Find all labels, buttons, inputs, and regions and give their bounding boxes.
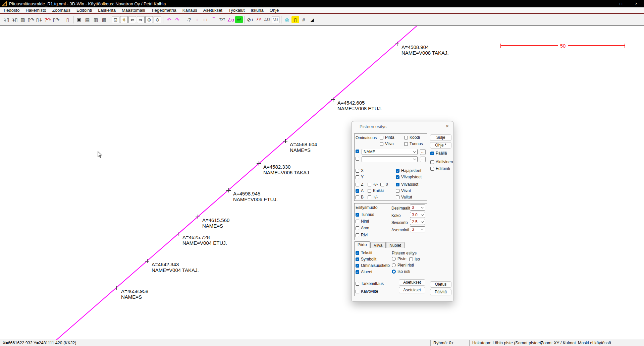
aktiivinen-checkbox[interactable]: Aktiivinen <box>430 160 453 164</box>
scale-setting-icon[interactable]: ▤ <box>84 16 91 23</box>
viivaosiot-checkbox[interactable]: Viivaosiot <box>396 182 418 187</box>
read-add-file-icon[interactable]: ↴▯ <box>10 16 18 23</box>
sulje-button[interactable]: Sulje <box>430 134 451 141</box>
menu-laskenta[interactable]: Laskenta <box>95 7 119 13</box>
survey-point-marker[interactable] <box>196 215 200 219</box>
survey-point-marker[interactable] <box>283 139 287 143</box>
zoom-in-button[interactable]: ⊕ <box>145 16 153 23</box>
menu-tiedosto[interactable]: Tiedosto <box>0 7 22 13</box>
tunnus-checkbox[interactable]: Tunnus <box>404 141 423 146</box>
tab-viiva[interactable]: Viiva <box>370 242 386 248</box>
diagonal-21-icon[interactable]: ╲21 <box>272 16 279 23</box>
iso-checkbox[interactable]: Iso <box>409 257 420 262</box>
track-line[interactable] <box>0 26 644 340</box>
spline-icon[interactable]: ⌒ <box>210 16 218 23</box>
attribute1-combobox[interactable]: NAME <box>362 149 418 155</box>
menu-editointi[interactable]: Editointi <box>73 7 95 13</box>
survey-point-marker[interactable] <box>226 188 231 192</box>
a-checkbox[interactable]: A <box>356 188 364 193</box>
pan-right-button[interactable]: ⇨ <box>137 16 145 23</box>
read-file-icon[interactable]: ↴▯ <box>2 16 10 23</box>
kaikki-checkbox[interactable]: Kaikki <box>368 188 384 193</box>
pinta-checkbox[interactable]: Pinta <box>380 135 394 140</box>
object-ring-icon[interactable]: ◎ <box>283 16 291 23</box>
survey-point-marker[interactable] <box>331 97 335 102</box>
write-file-icon[interactable]: ▯↷ <box>52 16 60 23</box>
sivusiirto-combobox[interactable]: 2.5 <box>410 219 425 225</box>
kaivoviite-asetukset-button[interactable]: Asetukset <box>399 287 425 293</box>
symbolit-checkbox[interactable]: Symbolit <box>356 257 376 262</box>
minimize-button[interactable]: – <box>598 0 613 7</box>
attribute1-checkbox[interactable] <box>356 150 359 153</box>
b-checkbox[interactable]: B <box>356 195 364 199</box>
menu-ohje[interactable]: Ohje <box>267 7 282 13</box>
pieni-risti-radio[interactable]: Pieni risti <box>392 263 414 268</box>
ohje-button[interactable]: Ohje * <box>430 142 451 149</box>
y-checkbox[interactable]: Y <box>356 175 364 179</box>
save-file-icon[interactable]: ▯⇣ <box>36 16 43 23</box>
undo-button[interactable]: ↶ <box>165 16 173 23</box>
z-checkbox[interactable]: Z <box>356 182 363 187</box>
survey-point-marker[interactable] <box>176 232 180 236</box>
menu-tiegeometria[interactable]: Tiegeometria <box>148 7 179 13</box>
tunnus-esitys-checkbox[interactable]: Tunnus <box>356 212 374 217</box>
koodi-checkbox[interactable]: Koodi <box>404 135 420 140</box>
copy-file-icon[interactable]: ▯↷ <box>27 16 35 23</box>
close-button[interactable]: × <box>629 0 644 7</box>
menu-hakemisto[interactable]: Hakemisto <box>22 7 49 13</box>
x-checkbox[interactable]: X <box>356 168 364 173</box>
import-model-icon[interactable]: ▨ <box>19 16 26 23</box>
zoom-flash-button[interactable]: ↯ <box>120 16 128 23</box>
valitut-checkbox[interactable]: Valitut <box>396 195 412 199</box>
code-plus-icon[interactable]: ⊘+ <box>247 16 254 23</box>
angle-measure-icon[interactable]: ∠α <box>227 16 234 23</box>
attribute2-combobox[interactable] <box>362 156 418 162</box>
koko-combobox[interactable]: 3.0 <box>410 212 425 218</box>
tekstit-checkbox[interactable]: Tekstit <box>356 250 372 255</box>
hatch-page-icon[interactable]: ▨ <box>100 16 108 23</box>
maximize-button[interactable]: □ <box>613 0 629 7</box>
fit-view-button[interactable]: ⊡ <box>112 16 119 23</box>
menu-maastomalli[interactable]: Maastomalli <box>119 7 148 13</box>
redo-button[interactable]: ↷ <box>173 16 181 23</box>
menu-ikkuna[interactable]: Ikkuna <box>248 7 266 13</box>
print-icon[interactable]: ▣ <box>75 16 83 23</box>
viivat-checkbox[interactable]: Viivat <box>396 188 411 193</box>
rivi-checkbox[interactable]: Rivi <box>356 233 368 237</box>
menu-työkalut[interactable]: Työkalut <box>225 7 248 13</box>
editointi-checkbox[interactable]: Editointi <box>430 166 450 171</box>
iso-risti-radio[interactable]: Iso risti <box>392 269 410 274</box>
doc-toggle-icon[interactable]: ▯ <box>291 16 299 23</box>
ominaisuustieto-checkbox[interactable]: Ominaisuustieto <box>356 263 390 268</box>
asemointi-combobox[interactable]: 3 <box>410 226 425 232</box>
viiva-checkbox[interactable]: Viiva <box>380 141 394 146</box>
survey-point-marker[interactable] <box>114 286 119 290</box>
close-file-icon[interactable]: ▯ <box>64 16 71 23</box>
survey-point-marker[interactable] <box>145 259 149 263</box>
hajapisteet-checkbox[interactable]: Hajapisteet <box>396 168 421 173</box>
b-plusminus-checkbox[interactable]: +/- <box>368 195 378 199</box>
kaivoviite-checkbox[interactable]: Kaivoviite <box>356 289 378 294</box>
tab-piirto[interactable]: Piirto <box>354 241 370 248</box>
add-point-icon[interactable]: + <box>193 16 201 23</box>
survey-point-marker[interactable] <box>257 161 261 166</box>
query-save-icon[interactable]: ?↷ <box>44 16 52 23</box>
triangle-count-icon[interactable]: △12 <box>263 16 271 23</box>
survey-point-marker[interactable] <box>395 42 399 46</box>
desimaalit-combobox[interactable]: 3 <box>410 205 425 211</box>
attribute2-checkbox[interactable] <box>356 157 359 161</box>
attribute1-more-button[interactable]: … <box>420 149 426 155</box>
add-points-icon[interactable]: ++ <box>202 16 209 23</box>
menu-kairaus[interactable]: Kairaus <box>179 7 200 13</box>
delete-points-icon[interactable]: ✗✗ <box>255 16 263 23</box>
pan-left-button[interactable]: ⇦ <box>128 16 136 23</box>
text-icon[interactable]: TXT <box>218 16 226 23</box>
attribute2-more-button[interactable]: … <box>420 157 426 162</box>
area-icon[interactable]: m² <box>235 16 243 23</box>
menu-asetukset[interactable]: Asetukset <box>200 7 225 13</box>
menu-zoomaus[interactable]: Zoomaus <box>49 7 73 13</box>
viivapisteet-checkbox[interactable]: Viivapisteet <box>396 175 422 179</box>
road-tool-icon[interactable]: ◢ <box>308 16 316 23</box>
tarkemittaus-asetukset-button[interactable]: Asetukset <box>399 279 425 286</box>
grid-icon[interactable]: # <box>300 16 308 23</box>
